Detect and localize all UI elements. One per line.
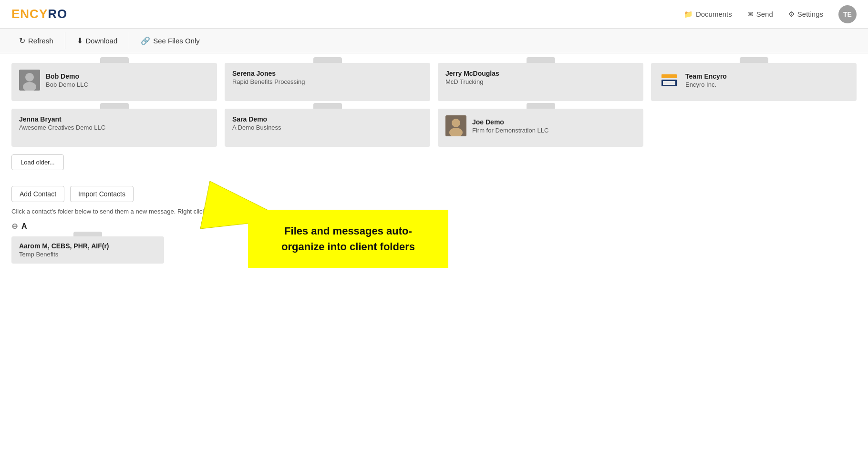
svg-point-1 [25,73,34,82]
folder-company-serena: Rapid Benefits Processing [232,78,305,85]
folder-info-jenna: Jenna Bryant Awesome Creatives Demo LLC [19,115,105,131]
logo-ro: RO [48,7,67,21]
nav-documents-label: Documents [696,10,732,18]
folder-info-joe: Joe Demo Firm for Demonstration LLC [472,118,548,134]
download-icon: ⬇ [77,36,83,45]
folder-info-encyro: Team Encyro Encyro Inc. [685,72,727,88]
folder-company-bob: Bob Demo LLC [46,81,88,88]
folder-icon: 📁 [684,10,693,19]
download-button[interactable]: ⬇ Download [65,32,130,49]
add-contact-button[interactable]: Add Contact [11,186,64,202]
folder-card-bob-demo[interactable]: Bob Demo Bob Demo LLC [11,63,217,101]
contact-company-aarom: Temp Benefits [19,251,156,258]
nav-settings-label: Settings [797,10,823,18]
nav-send-label: Send [756,10,773,18]
user-avatar[interactable]: TE [838,5,857,23]
paperclip-icon: 🔗 [141,36,150,45]
folder-company-jerry: McD Trucking [445,78,499,85]
folder-company-sara: A Demo Business [232,124,281,131]
folder-company-jenna: Awesome Creatives Demo LLC [19,124,105,131]
folders-grid-row2: Jenna Bryant Awesome Creatives Demo LLC … [11,109,857,147]
empty-slot [651,109,857,147]
folder-name-joe: Joe Demo [472,118,548,126]
collapse-icon[interactable]: ⊖ [11,222,18,231]
folder-info-jerry: Jerry McDouglas McD Trucking [445,70,499,85]
folder-info-sara: Sara Demo A Demo Business [232,115,281,131]
folder-info-bob: Bob Demo Bob Demo LLC [46,72,88,88]
refresh-button[interactable]: ↻ Refresh [8,32,65,49]
folders-grid-row1: Bob Demo Bob Demo LLC Serena Jones Rapid… [11,63,857,101]
folder-card-jerry-mcdouglas[interactable]: Jerry McDouglas McD Trucking [438,63,643,101]
folder-card-serena-jones[interactable]: Serena Jones Rapid Benefits Processing [225,63,430,101]
nav-send[interactable]: ✉ Send [747,10,773,19]
contacts-hint: Click a contact's folder below to send t… [11,208,857,215]
nav-documents[interactable]: 📁 Documents [684,10,732,19]
logo-enc: ENCY [11,7,48,21]
folder-name-encyro: Team Encyro [685,72,727,80]
folder-card-team-encyro[interactable]: Team Encyro Encyro Inc. [651,63,857,101]
contact-name-aarom: Aarom M, CEBS, PHR, AIF(r) [19,242,156,250]
folder-card-jenna-bryant[interactable]: Jenna Bryant Awesome Creatives Demo LLC [11,109,217,147]
folder-name-serena: Serena Jones [232,70,305,77]
app-header: ENCYRO 📁 Documents ✉ Send ⚙ Settings TE [0,0,868,29]
download-label: Download [86,37,118,45]
header-nav: 📁 Documents ✉ Send ⚙ Settings TE [684,5,857,23]
folder-name-sara: Sara Demo [232,115,281,123]
folder-name-bob: Bob Demo [46,72,88,80]
svg-point-4 [452,119,460,127]
encyro-logo-icon [659,70,680,91]
app-logo[interactable]: ENCYRO [11,7,67,21]
folder-company-joe: Firm for Demonstration LLC [472,127,548,134]
folder-name-jenna: Jenna Bryant [19,115,105,123]
folder-card-sara-demo[interactable]: Sara Demo A Demo Business [225,109,430,147]
folder-card-joe-demo[interactable]: Joe Demo Firm for Demonstration LLC [438,109,643,147]
contact-card-aarom[interactable]: Aarom M, CEBS, PHR, AIF(r) Temp Benefits [11,236,164,264]
group-label-a: A [21,222,27,231]
group-header-a: ⊖ A [11,222,857,231]
nav-settings[interactable]: ⚙ Settings [788,10,823,19]
load-older-button[interactable]: Load older... [11,154,64,170]
refresh-label: Refresh [28,37,53,45]
contacts-section: Add Contact Import Contacts Click a cont… [0,178,868,459]
refresh-icon: ↻ [19,36,25,45]
send-icon: ✉ [747,10,754,19]
folder-info-serena: Serena Jones Rapid Benefits Processing [232,70,305,85]
see-files-only-label: See Files Only [153,37,200,45]
main-content: Bob Demo Bob Demo LLC Serena Jones Rapid… [0,53,868,459]
folder-company-encyro: Encyro Inc. [685,81,727,88]
folder-name-jerry: Jerry McDouglas [445,70,499,77]
contacts-actions: Add Contact Import Contacts [11,186,857,202]
import-contacts-button[interactable]: Import Contacts [70,186,134,202]
gear-icon: ⚙ [788,10,795,19]
see-files-only-button[interactable]: 🔗 See Files Only [129,32,211,49]
folder-avatar-joe [445,115,466,136]
folder-avatar-bob [19,70,40,91]
recent-section: Bob Demo Bob Demo LLC Serena Jones Rapid… [0,53,868,178]
toolbar: ↻ Refresh ⬇ Download 🔗 See Files Only [0,29,868,53]
